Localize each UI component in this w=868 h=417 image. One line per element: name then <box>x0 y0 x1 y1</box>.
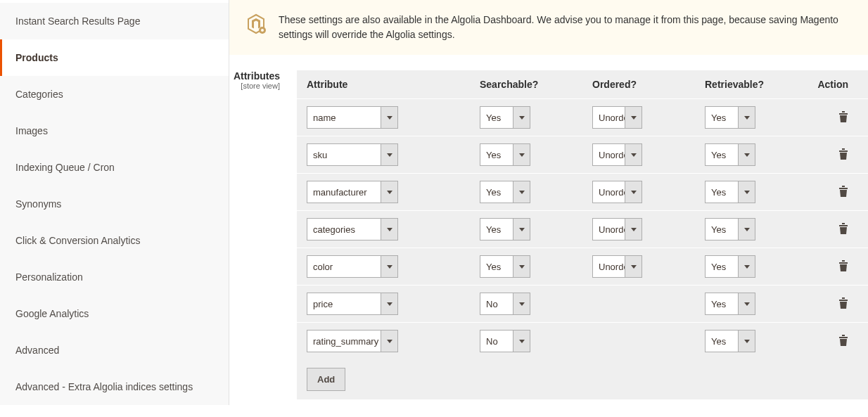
table-row: manufacturerYesUnorderedYes <box>297 173 868 210</box>
retrievable-value: Yes <box>706 331 738 352</box>
table-row: nameYesUnorderedYes <box>297 98 868 136</box>
chevron-down-icon[interactable] <box>738 293 755 314</box>
attribute-value: manufacturer <box>307 181 381 203</box>
chevron-down-icon[interactable] <box>513 219 530 240</box>
sidebar-item-label: Advanced <box>15 345 59 356</box>
searchable-select[interactable]: No <box>480 293 530 315</box>
chevron-down-icon[interactable] <box>625 256 642 277</box>
col-header-retrievable: Retrievable? <box>705 79 805 90</box>
svg-rect-7 <box>842 186 845 187</box>
chevron-down-icon[interactable] <box>381 293 397 314</box>
searchable-select[interactable]: Yes <box>480 143 530 166</box>
chevron-down-icon[interactable] <box>625 219 642 240</box>
trash-icon[interactable] <box>838 260 848 274</box>
chevron-down-icon[interactable] <box>738 181 755 203</box>
trash-icon[interactable] <box>838 186 848 199</box>
trash-icon[interactable] <box>838 111 848 124</box>
trash-icon[interactable] <box>838 297 848 311</box>
col-header-searchable: Searchable? <box>480 79 592 90</box>
ordered-select[interactable]: Unordered <box>592 181 642 203</box>
searchable-select[interactable]: Yes <box>480 106 530 129</box>
chevron-down-icon[interactable] <box>625 181 642 203</box>
retrievable-select[interactable]: Yes <box>705 218 755 240</box>
searchable-value: Yes <box>480 107 513 128</box>
sidebar-item-categories[interactable]: Categories <box>0 76 229 113</box>
sidebar-item-products[interactable]: Products <box>0 39 229 76</box>
retrievable-select[interactable]: Yes <box>705 106 755 129</box>
chevron-down-icon[interactable] <box>381 181 397 203</box>
searchable-value: No <box>480 293 513 314</box>
ordered-select[interactable]: Unordered <box>592 143 642 166</box>
attribute-select[interactable]: manufacturer <box>307 181 398 203</box>
attribute-select[interactable]: categories <box>307 218 398 240</box>
sidebar-item-advanced-extra[interactable]: Advanced - Extra Algolia indices setting… <box>0 368 229 405</box>
chevron-down-icon[interactable] <box>625 107 642 128</box>
magento-gear-icon <box>245 13 267 42</box>
attribute-select[interactable]: name <box>307 106 398 129</box>
svg-rect-14 <box>839 337 848 338</box>
retrievable-select[interactable]: Yes <box>705 181 755 203</box>
attributes-label-scope: [store view] <box>229 82 280 90</box>
searchable-select[interactable]: No <box>480 330 530 352</box>
chevron-down-icon[interactable] <box>738 256 755 277</box>
retrievable-select[interactable]: Yes <box>705 293 755 315</box>
searchable-select[interactable]: Yes <box>480 218 530 240</box>
sidebar-item-label: Products <box>15 52 58 63</box>
trash-icon[interactable] <box>838 335 848 348</box>
sidebar-item-label: Personalization <box>15 271 83 283</box>
retrievable-value: Yes <box>706 144 738 165</box>
sidebar-item-advanced[interactable]: Advanced <box>0 332 229 368</box>
sidebar-item-google-analytics[interactable]: Google Analytics <box>0 295 229 332</box>
attribute-select[interactable]: color <box>307 255 398 278</box>
ordered-value: Unordered <box>593 219 625 240</box>
svg-rect-10 <box>839 262 848 264</box>
chevron-down-icon[interactable] <box>738 331 755 352</box>
add-button[interactable]: Add <box>307 368 345 391</box>
searchable-select[interactable]: Yes <box>480 181 530 203</box>
chevron-down-icon[interactable] <box>513 181 530 203</box>
sidebar-item-analytics[interactable]: Click & Conversion Analytics <box>0 222 229 259</box>
chevron-down-icon[interactable] <box>381 331 397 352</box>
table-row: categoriesYesUnorderedYes <box>297 210 868 248</box>
chevron-down-icon[interactable] <box>513 144 530 165</box>
sidebar-item-label: Google Analytics <box>15 308 89 319</box>
sidebar-item-synonyms[interactable]: Synonyms <box>0 186 229 222</box>
attribute-select[interactable]: rating_summary <box>307 330 398 352</box>
chevron-down-icon[interactable] <box>738 144 755 165</box>
retrievable-select[interactable]: Yes <box>705 255 755 278</box>
chevron-down-icon[interactable] <box>381 107 397 128</box>
ordered-select[interactable]: Unordered <box>592 218 642 240</box>
attribute-select[interactable]: sku <box>307 143 398 166</box>
svg-rect-5 <box>842 148 845 150</box>
sidebar-item-images[interactable]: Images <box>0 113 229 149</box>
sidebar-item-personalization[interactable]: Personalization <box>0 259 229 295</box>
attributes-table-header: Attribute Searchable? Ordered? Retrievab… <box>297 70 868 98</box>
chevron-down-icon[interactable] <box>738 219 755 240</box>
chevron-down-icon[interactable] <box>625 144 642 165</box>
sidebar-item-indexing-queue[interactable]: Indexing Queue / Cron <box>0 149 229 186</box>
chevron-down-icon[interactable] <box>381 219 397 240</box>
sidebar-item-instant-search[interactable]: Instant Search Results Page <box>0 3 229 39</box>
ordered-select[interactable]: Unordered <box>592 255 642 278</box>
chevron-down-icon[interactable] <box>381 256 397 277</box>
trash-icon[interactable] <box>838 148 848 162</box>
trash-icon[interactable] <box>838 223 848 236</box>
retrievable-select[interactable]: Yes <box>705 143 755 166</box>
attributes-label-title: Attributes <box>229 70 280 82</box>
chevron-down-icon[interactable] <box>513 331 530 352</box>
ordered-select[interactable]: Unordered <box>592 106 642 129</box>
attribute-value: color <box>307 256 381 277</box>
searchable-value: Yes <box>480 181 513 203</box>
searchable-select[interactable]: Yes <box>480 255 530 278</box>
chevron-down-icon[interactable] <box>513 107 530 128</box>
chevron-down-icon[interactable] <box>513 293 530 314</box>
chevron-down-icon[interactable] <box>513 256 530 277</box>
retrievable-select[interactable]: Yes <box>705 330 755 352</box>
attribute-select[interactable]: price <box>307 293 398 315</box>
attribute-value: name <box>307 107 381 128</box>
ordered-value: Unordered <box>593 107 625 128</box>
ordered-value: Unordered <box>593 181 625 203</box>
chevron-down-icon[interactable] <box>738 107 755 128</box>
chevron-down-icon[interactable] <box>381 144 397 165</box>
table-row: rating_summaryNoYes <box>297 322 868 359</box>
